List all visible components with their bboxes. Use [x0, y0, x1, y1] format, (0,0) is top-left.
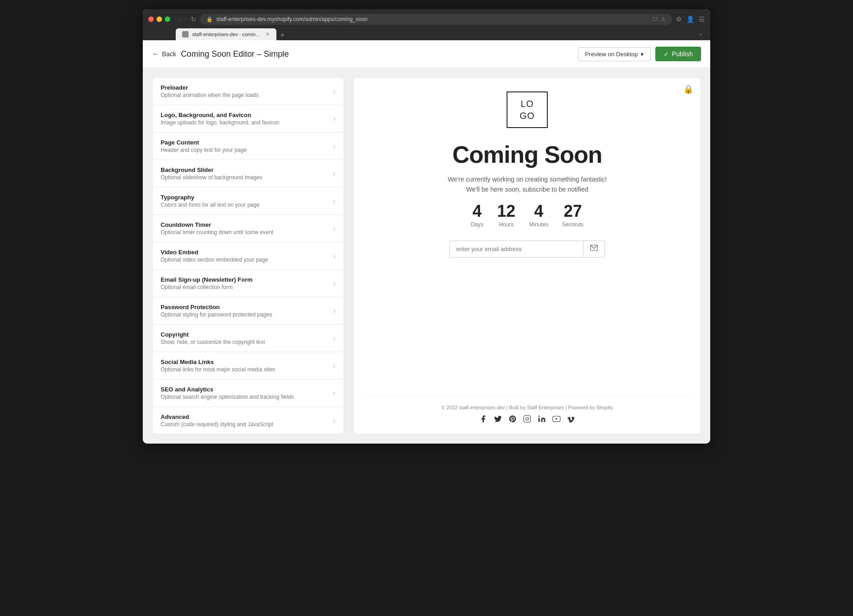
back-button[interactable]: ← Back	[152, 50, 176, 58]
sidebar-item-advanced[interactable]: Advanced Custom (code required) styling …	[152, 407, 344, 434]
sidebar-item-seo-analytics[interactable]: SEO and Analytics Optional search engine…	[152, 380, 344, 407]
sidebar-item-background-slider[interactable]: Background Slider Optional slideshow of …	[152, 160, 344, 187]
menu-icon[interactable]: ☰	[699, 16, 705, 23]
sidebar-item-desc: Colors and fonts for all text on your pa…	[161, 202, 333, 208]
linkedin-icon[interactable]	[538, 415, 546, 425]
tab-close-button[interactable]: ✕	[265, 31, 270, 37]
pinterest-icon[interactable]	[508, 415, 517, 425]
chevron-right-icon: ›	[333, 87, 335, 96]
sidebar-item-text: Logo, Background, and Favicon Image uplo…	[161, 112, 333, 126]
shield-icon: 🛡	[653, 16, 658, 22]
preview-subtitle1: We're currently working on creating some…	[448, 176, 606, 183]
page-title: Coming Soon Editor – Simple	[181, 49, 289, 59]
reload-button[interactable]: ↻	[191, 16, 196, 23]
sidebar-item-logo-bg-favicon[interactable]: Logo, Background, and Favicon Image uplo…	[152, 105, 344, 133]
main-layout: Preloader Optional animation when the pa…	[143, 68, 710, 444]
sidebar-item-title: Background Slider	[161, 166, 333, 173]
minutes-value: 4	[534, 203, 543, 220]
countdown-hours: 12 Hours	[497, 203, 515, 228]
tab-list-button[interactable]: ⌄	[698, 30, 705, 40]
svg-point-3	[529, 417, 529, 418]
browser-window: ‹ › ↻ 🔒 staff-enterprises-dev.myshopify.…	[143, 9, 710, 444]
sidebar-item-countdown-timer[interactable]: Countdown Timer Optional timer counting …	[152, 215, 344, 242]
preview-panel: 🔒 LO GO Coming Soon We're currently work…	[353, 77, 701, 434]
email-input[interactable]	[450, 241, 583, 257]
countdown-minutes: 4 Minutes	[529, 203, 548, 228]
sidebar-item-text: Password Protection Optional styling for…	[161, 304, 333, 318]
chevron-right-icon: ›	[333, 142, 335, 150]
chevron-right-icon: ›	[333, 252, 335, 260]
top-bar-right: Preview on Desktop ▾ ✓ Publish	[578, 47, 701, 61]
sidebar-item-desc: Optional animation when the page loads	[161, 92, 333, 98]
sidebar-item-copyright[interactable]: Copyright Show, hide, or customize the c…	[152, 325, 344, 352]
sidebar-item-email-signup[interactable]: Email Sign-up (Newsletter) Form Optional…	[152, 270, 344, 297]
email-signup-form[interactable]	[449, 241, 605, 257]
user-profile-icon[interactable]: 👤	[686, 16, 694, 23]
sidebar-item-title: Logo, Background, and Favicon	[161, 112, 333, 118]
logo-placeholder: LO GO	[507, 91, 548, 128]
seconds-label: Seconds	[562, 221, 583, 228]
lock-icon: 🔒	[683, 84, 693, 94]
tab-title: staff-enterprises-dev · coming…	[192, 32, 262, 37]
sidebar-item-video-embed[interactable]: Video Embed Optional video section embed…	[152, 242, 344, 270]
browser-controls-row: ‹ › ↻ 🔒 staff-enterprises-dev.myshopify.…	[148, 14, 705, 25]
instagram-icon[interactable]	[523, 415, 531, 425]
sidebar-item-title: SEO and Analytics	[161, 386, 333, 393]
sidebar-item-preloader[interactable]: Preloader Optional animation when the pa…	[152, 78, 344, 105]
sidebar-item-password-protection[interactable]: Password Protection Optional styling for…	[152, 297, 344, 325]
sidebar-item-page-content[interactable]: Page Content Header and copy text for yo…	[152, 133, 344, 160]
tab-bar: staff-enterprises-dev · coming… ✕ + ⌄	[148, 28, 705, 40]
vimeo-icon[interactable]	[567, 415, 575, 425]
ssl-lock-icon: 🔒	[206, 16, 213, 22]
footer-social-icons	[363, 415, 691, 425]
browser-action-icons: ⚙ 👤 ☰	[676, 16, 705, 23]
top-bar: ← Back Coming Soon Editor – Simple Previ…	[143, 40, 710, 68]
footer-copyright-text: © 2022 staff-enterprises-dev | Built by …	[363, 405, 691, 410]
chevron-right-icon: ›	[333, 115, 335, 123]
forward-nav-button[interactable]: ›	[184, 15, 187, 23]
minimize-window-button[interactable]	[157, 16, 162, 22]
svg-rect-1	[524, 416, 531, 423]
email-submit-button[interactable]	[583, 241, 605, 257]
new-tab-button[interactable]: +	[276, 31, 289, 40]
svg-point-2	[526, 418, 529, 420]
sidebar-item-text: Page Content Header and copy text for yo…	[161, 139, 333, 153]
chevron-right-icon: ›	[333, 389, 335, 397]
close-window-button[interactable]	[148, 16, 154, 22]
top-bar-left: ← Back Coming Soon Editor – Simple	[152, 49, 289, 59]
maximize-window-button[interactable]	[165, 16, 170, 22]
sidebar-item-text: Background Slider Optional slideshow of …	[161, 166, 333, 181]
twitter-icon[interactable]	[494, 415, 502, 425]
address-bar[interactable]: 🔒 staff-enterprises-dev.myshopify.com/ad…	[200, 14, 672, 25]
publish-check-icon: ✓	[664, 50, 669, 58]
countdown-row: 4 Days 12 Hours 4 Minutes	[471, 203, 583, 228]
sidebar-item-text: Video Embed Optional video section embed…	[161, 249, 333, 263]
sidebar-item-desc: Optional styling for password protected …	[161, 311, 333, 318]
coming-soon-heading: Coming Soon	[453, 141, 602, 168]
traffic-lights	[148, 16, 170, 22]
preview-button[interactable]: Preview on Desktop ▾	[578, 47, 651, 61]
chevron-right-icon: ›	[333, 417, 335, 425]
sidebar-item-title: Countdown Timer	[161, 221, 333, 228]
preview-chevron-icon: ▾	[641, 51, 644, 58]
youtube-icon[interactable]	[552, 415, 561, 425]
publish-button[interactable]: ✓ Publish	[655, 47, 701, 61]
sidebar-item-text: Social Media Links Optional links for mo…	[161, 359, 333, 373]
back-label: Back	[162, 50, 176, 58]
sidebar-item-desc: Show, hide, or customize the copyright t…	[161, 339, 333, 345]
sidebar-item-text: Typography Colors and fonts for all text…	[161, 194, 333, 208]
sidebar-item-typography[interactable]: Typography Colors and fonts for all text…	[152, 187, 344, 215]
back-arrow-icon: ←	[152, 50, 159, 58]
sidebar-item-social-media[interactable]: Social Media Links Optional links for mo…	[152, 352, 344, 380]
active-tab[interactable]: staff-enterprises-dev · coming… ✕	[176, 28, 276, 40]
email-envelope-icon	[590, 244, 598, 252]
chevron-right-icon: ›	[333, 307, 335, 315]
sidebar-item-desc: Optional links for most major social med…	[161, 366, 333, 373]
facebook-icon[interactable]	[479, 415, 487, 425]
sidebar-item-text: Email Sign-up (Newsletter) Form Optional…	[161, 276, 333, 290]
back-nav-button[interactable]: ‹	[178, 15, 181, 23]
chevron-right-icon: ›	[333, 362, 335, 370]
extensions-icon[interactable]: ⚙	[676, 16, 682, 23]
url-display: staff-enterprises-dev.myshopify.com/admi…	[216, 16, 649, 22]
logo-line2: GO	[519, 110, 534, 122]
